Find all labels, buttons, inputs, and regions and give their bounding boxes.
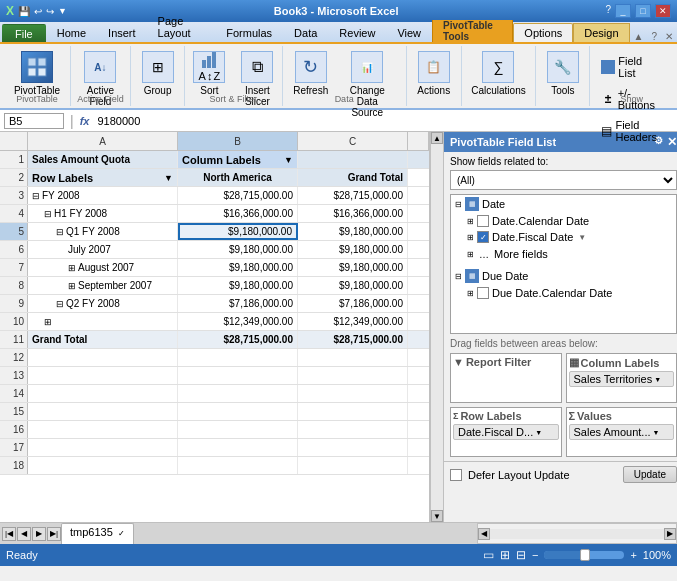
cell-a13[interactable]: [28, 367, 178, 384]
page-layout-icon[interactable]: ⊞: [500, 548, 510, 562]
cell-a4[interactable]: ⊟H1 FY 2008: [28, 205, 178, 222]
pivot-area-report-filter[interactable]: ▼ Report Filter: [450, 353, 562, 403]
sort-button[interactable]: A↕Z Sort: [186, 48, 232, 99]
cell-b9[interactable]: $7,186,000.00: [178, 295, 298, 312]
ribbon-control-icon[interactable]: ▲: [630, 31, 648, 42]
zoom-plus-icon[interactable]: +: [630, 549, 636, 561]
field-list-button[interactable]: Field List: [596, 53, 667, 81]
tab-review[interactable]: Review: [328, 23, 386, 42]
cell-b5[interactable]: $9,180,000.00: [178, 223, 298, 240]
actions-button[interactable]: 📋 Actions: [410, 48, 457, 99]
cell-c11[interactable]: $28,715,000.00: [298, 331, 408, 348]
cell-c13[interactable]: [298, 367, 408, 384]
col-header-a[interactable]: A: [28, 132, 178, 150]
values-tag[interactable]: Sales Amount... ▼: [569, 424, 675, 440]
cell-b16[interactable]: [178, 421, 298, 438]
cell-b7[interactable]: $9,180,000.00: [178, 259, 298, 276]
cell-c3[interactable]: $28,715,000.00: [298, 187, 408, 204]
col-header-b[interactable]: B: [178, 132, 298, 150]
list-item[interactable]: ⊞ Date.Calendar Date: [451, 213, 676, 229]
column-labels-tag[interactable]: Sales Territories ▼: [569, 371, 675, 387]
cell-a16[interactable]: [28, 421, 178, 438]
close-button[interactable]: ✕: [655, 4, 671, 18]
cell-a18[interactable]: [28, 457, 178, 474]
cell-a10[interactable]: ⊞: [28, 313, 178, 330]
pivot-area-row-labels[interactable]: Σ Row Labels Date.Fiscal D... ▼: [450, 407, 562, 457]
cell-b10[interactable]: $12,349,000.00: [178, 313, 298, 330]
cell-c14[interactable]: [298, 385, 408, 402]
list-item[interactable]: ⊟ ▦ Date: [451, 195, 676, 213]
cell-b14[interactable]: [178, 385, 298, 402]
sheet-nav-last[interactable]: ▶|: [47, 527, 61, 541]
cell-a17[interactable]: [28, 439, 178, 456]
pivot-fiscal-checkbox[interactable]: ✓: [477, 231, 489, 243]
ribbon-help-icon[interactable]: ?: [647, 31, 661, 42]
cell-a3[interactable]: ⊟FY 2008: [28, 187, 178, 204]
cell-a6[interactable]: July 2007: [28, 241, 178, 258]
cell-a7[interactable]: ⊞August 2007: [28, 259, 178, 276]
cell-b6[interactable]: $9,180,000.00: [178, 241, 298, 258]
col-labels-filter-icon[interactable]: ▼: [284, 155, 293, 165]
tab-home[interactable]: Home: [46, 23, 97, 42]
row-labels-tag[interactable]: Date.Fiscal D... ▼: [453, 424, 559, 440]
scroll-up-btn[interactable]: ▲: [431, 132, 443, 144]
cell-c6[interactable]: $9,180,000.00: [298, 241, 408, 258]
defer-checkbox[interactable]: [450, 469, 462, 481]
cell-b12[interactable]: [178, 349, 298, 366]
tab-insert[interactable]: Insert: [97, 23, 147, 42]
cell-b3[interactable]: $28,715,000.00: [178, 187, 298, 204]
sheet-nav-prev[interactable]: ◀: [17, 527, 31, 541]
pivot-panel-close-icon[interactable]: ✕: [667, 135, 677, 149]
cell-c5[interactable]: $9,180,000.00: [298, 223, 408, 240]
cell-a14[interactable]: [28, 385, 178, 402]
normal-view-icon[interactable]: ▭: [483, 548, 494, 562]
tab-formulas[interactable]: Formulas: [215, 23, 283, 42]
cell-c17[interactable]: [298, 439, 408, 456]
cell-c10[interactable]: $12,349,000.00: [298, 313, 408, 330]
customize-icon[interactable]: ▼: [58, 6, 67, 16]
cell-b15[interactable]: [178, 403, 298, 420]
tab-file[interactable]: File: [2, 24, 46, 42]
cell-c1[interactable]: [298, 151, 408, 168]
cell-c16[interactable]: [298, 421, 408, 438]
undo-icon[interactable]: ↩: [34, 6, 42, 17]
help-icon[interactable]: ?: [605, 4, 611, 18]
page-break-icon[interactable]: ⊟: [516, 548, 526, 562]
change-data-source-button[interactable]: 📊 Change DataSource: [335, 48, 400, 121]
tab-options[interactable]: Options: [513, 23, 573, 42]
list-item[interactable]: ⊞ ✓ Date.Fiscal Date ▼: [451, 229, 676, 245]
cell-a11[interactable]: Grand Total: [28, 331, 178, 348]
tab-design[interactable]: Design: [573, 23, 629, 42]
pivot-due-calendar-checkbox[interactable]: [477, 287, 489, 299]
pivot-field-list[interactable]: ⊟ ▦ Date ⊞ Date.Calendar Date ⊞ ✓ Date.F…: [450, 194, 677, 334]
show-fields-select[interactable]: (All): [450, 170, 677, 190]
cell-b18[interactable]: [178, 457, 298, 474]
update-button[interactable]: Update: [623, 466, 677, 483]
cell-a2[interactable]: Row Labels ▼: [28, 169, 178, 186]
cell-a5[interactable]: ⊟Q1 FY 2008: [28, 223, 178, 240]
pivot-calendar-checkbox[interactable]: [477, 215, 489, 227]
cell-b13[interactable]: [178, 367, 298, 384]
horizontal-scrollbar[interactable]: ◀ ▶: [477, 523, 677, 544]
pivottable-button[interactable]: PivotTable: [7, 48, 67, 99]
cell-b1[interactable]: Column Labels ▼: [178, 151, 298, 168]
quick-save-icon[interactable]: 💾: [18, 6, 30, 17]
col-header-c[interactable]: C: [298, 132, 408, 150]
zoom-slider[interactable]: [544, 551, 624, 559]
tab-page-layout[interactable]: Page Layout: [147, 11, 216, 42]
group-button[interactable]: ⊞ Group: [135, 48, 181, 99]
refresh-button[interactable]: ↻ Refresh: [289, 48, 333, 99]
cell-c4[interactable]: $16,366,000.00: [298, 205, 408, 222]
scroll-left-btn[interactable]: ◀: [478, 528, 490, 540]
cell-b11[interactable]: $28,715,000.00: [178, 331, 298, 348]
redo-icon[interactable]: ↪: [46, 6, 54, 17]
tab-data[interactable]: Data: [283, 23, 328, 42]
cell-b8[interactable]: $9,180,000.00: [178, 277, 298, 294]
field-headers-button[interactable]: ▤ Field Headers: [596, 117, 667, 145]
cell-c7[interactable]: $9,180,000.00: [298, 259, 408, 276]
vertical-scrollbar[interactable]: ▲ ▼: [430, 132, 443, 522]
zoom-slider-thumb[interactable]: [580, 549, 590, 561]
list-item[interactable]: ⊟ ▦ Due Date: [451, 267, 676, 285]
cell-c12[interactable]: [298, 349, 408, 366]
cell-a8[interactable]: ⊞September 2007: [28, 277, 178, 294]
